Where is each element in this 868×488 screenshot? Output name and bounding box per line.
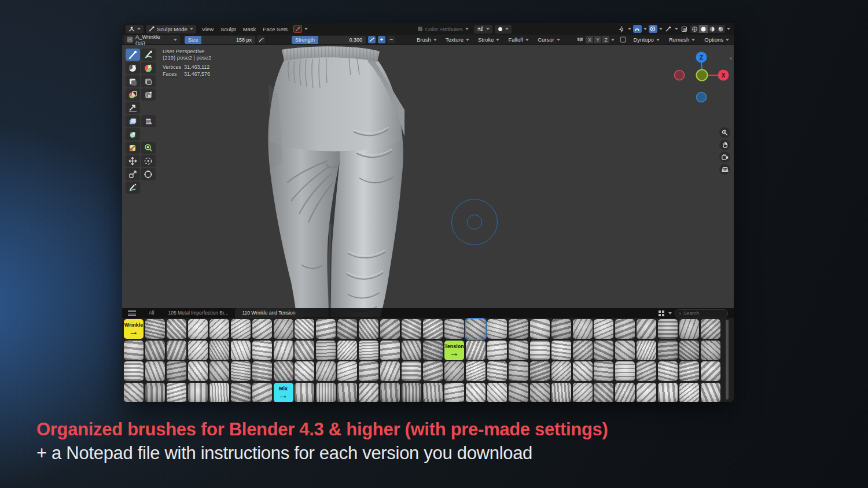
- dropdown-stroke[interactable]: Stroke: [475, 35, 502, 44]
- strength-pressure-button[interactable]: [368, 36, 376, 43]
- wireframe-shading-button[interactable]: [690, 25, 699, 33]
- tool-cloth-filter-button[interactable]: [141, 115, 156, 127]
- brush-tile[interactable]: [615, 383, 635, 402]
- brush-tile[interactable]: [444, 361, 464, 381]
- brush-tile[interactable]: [316, 361, 336, 381]
- tool-move-button[interactable]: [126, 155, 140, 167]
- brush-tile[interactable]: [573, 383, 593, 402]
- brush-tile[interactable]: [487, 361, 507, 381]
- dropdown-brush[interactable]: Brush: [414, 35, 440, 44]
- size-slider[interactable]: Size 158 px: [185, 36, 255, 44]
- gizmo-neg-z-axis[interactable]: [697, 93, 707, 102]
- brush-tile[interactable]: [444, 383, 464, 402]
- brush-tile[interactable]: [487, 383, 507, 402]
- brush-tile[interactable]: [594, 319, 613, 339]
- vertical-scrollbar[interactable]: [726, 320, 729, 400]
- tool-box-mask-button[interactable]: [126, 75, 140, 87]
- menu-icon[interactable]: [128, 310, 136, 316]
- editor-type-button[interactable]: [126, 25, 144, 34]
- brush-tile[interactable]: [701, 341, 720, 360]
- brush-tile[interactable]: [380, 341, 400, 360]
- dropdown-remesh[interactable]: Remesh: [666, 35, 698, 44]
- brush-tile[interactable]: [167, 361, 186, 381]
- brush-tile[interactable]: [188, 383, 208, 402]
- toggle-xray-button[interactable]: [680, 25, 689, 33]
- brush-tile[interactable]: [402, 319, 421, 339]
- brush-tile[interactable]: [423, 361, 443, 381]
- brush-tile[interactable]: [402, 341, 421, 360]
- brush-tile[interactable]: [487, 319, 507, 339]
- snap-button[interactable]: [633, 25, 642, 33]
- brush-tile[interactable]: [295, 319, 314, 339]
- dyntopo-checkbox-icon[interactable]: [620, 36, 626, 43]
- gizmo-y-axis[interactable]: [697, 70, 708, 81]
- brush-tile[interactable]: [188, 361, 208, 381]
- dropdown-options[interactable]: Options: [701, 35, 732, 44]
- menu-face-sets[interactable]: Face Sets: [259, 25, 291, 34]
- brush-tile[interactable]: [252, 319, 272, 339]
- axis-toggle-y[interactable]: Y: [594, 36, 601, 43]
- brush-tile[interactable]: [530, 383, 550, 402]
- brush-tile[interactable]: [444, 319, 464, 339]
- tool-annotate-button[interactable]: [126, 182, 140, 194]
- tool-paint-button[interactable]: [141, 49, 156, 61]
- tool-draw-button[interactable]: [126, 49, 140, 61]
- brush-tile[interactable]: [167, 383, 186, 402]
- brush-tile[interactable]: [701, 383, 720, 402]
- brush-tile[interactable]: [295, 341, 314, 360]
- menu-mask[interactable]: Mask: [240, 25, 260, 34]
- brush-tile[interactable]: [637, 341, 656, 360]
- brush-tile[interactable]: [231, 361, 251, 381]
- tool-mesh-filter-button[interactable]: [126, 115, 140, 127]
- tool-transform-button[interactable]: [141, 168, 156, 180]
- tool-box-trim-button[interactable]: [141, 88, 156, 101]
- brush-tile[interactable]: [316, 341, 336, 360]
- tool-edit-face-set-button[interactable]: [141, 142, 156, 154]
- brush-tile[interactable]: [402, 383, 421, 402]
- material-preview-button[interactable]: [708, 25, 716, 33]
- pivot-point-button[interactable]: [617, 25, 626, 33]
- brush-tile[interactable]: [188, 341, 208, 360]
- brush-tile[interactable]: [658, 341, 678, 360]
- brush-tile[interactable]: [337, 319, 357, 339]
- color-attributes-select[interactable]: Color Attributes: [414, 25, 472, 34]
- mode-select[interactable]: Sculpt Mode: [146, 25, 196, 34]
- brush-tile[interactable]: [466, 341, 486, 360]
- brush-tile[interactable]: [551, 361, 571, 381]
- brush-tile[interactable]: [145, 361, 165, 381]
- brush-add-button[interactable]: +: [378, 36, 385, 43]
- search-input[interactable]: [683, 310, 724, 316]
- brush-tile[interactable]: [167, 319, 186, 339]
- brush-tile[interactable]: [573, 319, 593, 339]
- viewport-3d[interactable]: User Perspective (219) pose2 | pose2 Ver…: [122, 45, 734, 317]
- tab-all[interactable]: All: [142, 308, 161, 318]
- brush-tile[interactable]: [231, 383, 251, 402]
- filter-settings-button[interactable]: [474, 25, 492, 34]
- menu-view[interactable]: View: [198, 25, 217, 34]
- brush-tile[interactable]: [466, 383, 486, 402]
- brush-tile-tension[interactable]: Tension→: [444, 341, 464, 360]
- brush-tile[interactable]: [316, 319, 336, 339]
- dropdown-dyntopo[interactable]: Dyntopo: [630, 35, 662, 44]
- brush-tile[interactable]: [359, 361, 378, 381]
- brush-tile[interactable]: [316, 383, 336, 402]
- dropdown-falloff[interactable]: Falloff: [505, 35, 532, 44]
- brush-tile[interactable]: [509, 383, 528, 402]
- rendered-shading-button[interactable]: [716, 25, 725, 33]
- brush-tile[interactable]: [337, 341, 357, 360]
- brush-tile[interactable]: [509, 341, 528, 360]
- brush-tile[interactable]: [423, 341, 443, 360]
- brush-tile[interactable]: [551, 383, 571, 402]
- zoom-view-button[interactable]: [719, 127, 730, 138]
- brush-tile-selected[interactable]: [466, 319, 486, 339]
- brush-tile[interactable]: [337, 361, 357, 381]
- brush-tile[interactable]: [402, 361, 421, 381]
- brush-tile[interactable]: [658, 383, 678, 402]
- brush-tile[interactable]: [209, 383, 229, 402]
- tool-draw-face-sets-button[interactable]: [141, 62, 156, 74]
- solid-shading-button[interactable]: [699, 25, 708, 33]
- navigation-gizmo[interactable]: Z X: [670, 49, 734, 107]
- brush-tile[interactable]: [274, 341, 293, 360]
- brush-tile[interactable]: [509, 319, 528, 339]
- tool-mask-button[interactable]: [126, 62, 140, 74]
